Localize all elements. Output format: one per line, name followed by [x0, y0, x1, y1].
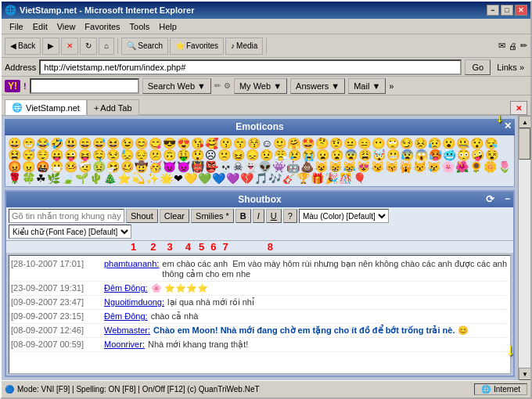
emoji[interactable]: 🤨 — [329, 138, 343, 149]
minimize-button[interactable]: − — [487, 5, 499, 16]
emoji[interactable]: 😷 — [50, 161, 63, 172]
emoji[interactable]: 🙃 — [163, 149, 176, 160]
emoji[interactable]: 😔 — [135, 149, 148, 160]
emoji[interactable]: 🥳 — [149, 161, 162, 172]
emoji[interactable]: 😞 — [246, 149, 259, 160]
emoji[interactable]: 😩 — [358, 149, 372, 160]
emoji[interactable]: 🤪 — [471, 149, 484, 160]
emoji[interactable]: 🎶 — [268, 173, 282, 184]
menu-favorites[interactable]: Favorites — [80, 20, 124, 33]
emoji[interactable]: 😮 — [442, 138, 455, 149]
emoji[interactable]: 😠 — [22, 161, 35, 172]
msg-author[interactable]: Nguoitimduong: — [104, 297, 164, 307]
close-button[interactable]: ✕ — [515, 5, 527, 16]
emoji[interactable]: 👽 — [258, 161, 271, 172]
tab-close-button[interactable]: ✕ — [510, 101, 527, 115]
emoji[interactable]: 🤔 — [315, 138, 329, 149]
emoji[interactable]: 🌟 — [160, 173, 173, 184]
emoji[interactable]: 😳 — [457, 149, 470, 160]
tab-vietstamp[interactable]: 🌐 VietStamp.net — [5, 99, 87, 115]
menu-tools[interactable]: Tools — [125, 20, 155, 33]
emoji[interactable]: 👾 — [272, 161, 286, 172]
emoji[interactable]: 🏆 — [297, 173, 310, 184]
clear-button[interactable]: Clear — [160, 209, 189, 223]
emoji[interactable]: 🎵 — [254, 173, 268, 184]
emoji[interactable]: 😟 — [260, 149, 273, 160]
emoji[interactable]: 🤩 — [301, 138, 315, 149]
emoji[interactable]: 🤬 — [36, 161, 49, 172]
emoji[interactable]: 🥵 — [429, 149, 442, 160]
emoji[interactable]: ✨ — [146, 173, 159, 184]
emoji[interactable]: 🎁 — [311, 173, 324, 184]
menu-help[interactable]: Help — [154, 20, 182, 33]
emoji[interactable]: 😍 — [177, 138, 190, 149]
emoji[interactable]: 💚 — [198, 173, 211, 184]
emoji[interactable]: 😘 — [191, 138, 204, 149]
emoji[interactable]: ☺ — [261, 138, 272, 149]
emoji[interactable]: 👻 — [244, 161, 257, 172]
emoji[interactable]: 💀 — [219, 161, 232, 172]
menu-edit[interactable]: Edit — [28, 20, 52, 33]
msg-author[interactable]: phamtuananh: — [104, 259, 159, 268]
shout-button[interactable]: Shout — [126, 209, 158, 223]
emoji[interactable]: 💙 — [212, 173, 225, 184]
emoji[interactable]: 🙂 — [273, 138, 286, 149]
emoji[interactable]: 😋 — [149, 138, 162, 149]
emoji[interactable]: 😅 — [92, 138, 106, 149]
emoji[interactable]: 😁 — [22, 138, 35, 149]
bold-button[interactable]: B — [235, 209, 251, 223]
emoji[interactable]: 😧 — [330, 149, 343, 160]
emoji[interactable]: 🙁 — [217, 149, 231, 160]
emoji[interactable]: 😓 — [120, 149, 134, 160]
shoutbox-messages[interactable]: [28-10-2007 17:01] phamtuananh: em chào … — [9, 255, 511, 374]
emoji[interactable]: 😐 — [343, 138, 357, 149]
shoutbox-refresh-button[interactable]: ⟳ — [486, 193, 494, 205]
emoji[interactable]: 😫 — [8, 149, 21, 160]
emoji[interactable]: 😊 — [135, 138, 148, 149]
yahoo-answers-button[interactable]: Answers ▼ — [290, 78, 345, 94]
emoji[interactable]: 😰 — [401, 149, 414, 160]
emoji[interactable]: ☹ — [205, 149, 217, 160]
emoji[interactable]: 😆 — [106, 138, 120, 149]
emoji[interactable]: 😏 — [400, 138, 413, 149]
add-tab-button[interactable]: + Add Tab — [87, 99, 139, 115]
emoji[interactable]: 😼 — [371, 161, 384, 172]
main-scrollbar[interactable]: ▲ ▼ — [518, 116, 530, 380]
emoji[interactable]: ☠ — [233, 161, 243, 172]
emoji[interactable]: 😃 — [64, 138, 77, 149]
scroll-track[interactable] — [519, 128, 530, 368]
emoji[interactable]: 😖 — [232, 149, 245, 160]
emoji[interactable]: 🙀 — [399, 161, 412, 172]
emoji[interactable]: 😗 — [219, 138, 232, 149]
emoji[interactable]: 🎉 — [325, 173, 338, 184]
emoji[interactable]: 😀 — [8, 138, 21, 149]
emoji[interactable]: 😒 — [106, 149, 120, 160]
emoji[interactable]: 💩 — [300, 161, 314, 172]
emoji[interactable]: 😝 — [78, 149, 92, 160]
emoji[interactable]: 😢 — [288, 149, 301, 160]
color-select[interactable]: Màu (Color) [Default] — [299, 209, 389, 223]
emoji[interactable]: 😱 — [415, 149, 428, 160]
emoji[interactable]: 😚 — [247, 138, 261, 149]
emoji[interactable]: 🤧 — [106, 161, 120, 172]
emoji[interactable]: 😭 — [302, 149, 315, 160]
msg-author[interactable]: Đêm Đông: — [104, 283, 148, 293]
emoji[interactable]: 😻 — [357, 161, 370, 172]
emoji[interactable]: 😾 — [413, 161, 426, 172]
emoji[interactable]: 🍀 — [22, 173, 35, 184]
emoji[interactable]: 😑 — [358, 138, 371, 149]
emoji[interactable]: 🤣 — [50, 138, 63, 149]
emoji[interactable]: 💛 — [184, 173, 197, 184]
home-button[interactable]: ⌂ — [99, 38, 114, 55]
emoji[interactable]: 😜 — [64, 149, 77, 160]
favorites-button[interactable]: ⭐ Favorites — [170, 38, 224, 55]
yahoo-mail-button[interactable]: Mail ▼ — [348, 78, 386, 94]
emoji[interactable]: 🥶 — [443, 149, 456, 160]
emoji[interactable]: 🤠 — [135, 161, 148, 172]
emoji[interactable]: ☘ — [36, 173, 46, 184]
emoticons-close[interactable]: ✕ — [504, 120, 512, 131]
emoji[interactable]: 😪 — [484, 138, 498, 149]
emoji[interactable]: 🌻 — [469, 161, 483, 172]
emoji[interactable]: 🎸 — [282, 173, 296, 184]
emoji[interactable]: 👺 — [205, 161, 218, 172]
